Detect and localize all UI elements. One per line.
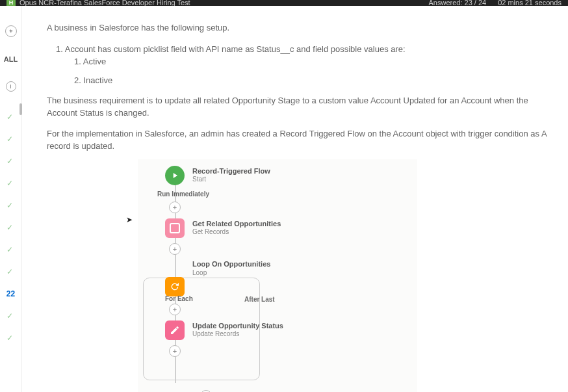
flow-node-start[interactable]: Record-Triggered Flow Start xyxy=(138,166,417,185)
target-icon[interactable]: ⌖ xyxy=(5,25,17,37)
implementation-text: For the implementation in Salesforce, an… xyxy=(47,127,558,153)
flow-diagram: Record-Triggered Flow Start Run Immediat… xyxy=(138,159,417,392)
sidebar: ⌖ ALL i ✓ ✓ ✓ ✓ ✓ ✓ ✓ ✓ 22 ✓ ✓ xyxy=(0,6,22,392)
nav-check-icon[interactable]: ✓ xyxy=(6,135,15,144)
nav-check-icon[interactable]: ✓ xyxy=(6,333,15,343)
node-title: Loop On Opportunities xyxy=(192,260,270,269)
node-subtitle: Get Records xyxy=(192,228,281,237)
update-records-icon xyxy=(165,320,185,340)
logo-icon: H xyxy=(6,0,16,6)
requirement-text: The business requirement is to update al… xyxy=(47,94,558,120)
timer: 02 mins 21 seconds xyxy=(498,0,562,6)
node-subtitle: Update Records xyxy=(192,330,283,339)
cursor-icon: ➤ xyxy=(126,215,133,224)
run-immediately-label: Run Immediately xyxy=(157,190,417,198)
flow-node-loop[interactable]: Loop On Opportunities Loop xyxy=(138,260,417,277)
add-element-icon[interactable]: + xyxy=(169,304,181,315)
nav-check-icon[interactable]: ✓ xyxy=(6,311,15,320)
question-intro: A business in Salesforce has the followi… xyxy=(47,21,558,35)
nav-check-icon[interactable]: ✓ xyxy=(6,201,15,210)
answered-counter: Answered: 23 / 24 xyxy=(428,0,486,6)
play-icon xyxy=(165,166,185,185)
test-title: Opus NCR-Terafina SalesForce Developer H… xyxy=(19,0,190,6)
question-content: A business in Salesforce has the followi… xyxy=(22,6,568,392)
node-subtitle: Loop xyxy=(192,269,270,278)
api-name: Status__c xyxy=(257,44,294,54)
nav-check-icon[interactable]: ✓ xyxy=(6,112,15,122)
node-title: Update Opportunity Status xyxy=(192,322,283,331)
add-element-icon[interactable]: + xyxy=(169,345,181,357)
get-records-icon xyxy=(165,218,185,238)
add-element-icon[interactable]: + xyxy=(169,243,181,255)
nav-check-icon[interactable]: ✓ xyxy=(6,179,15,188)
flow-node-get-records[interactable]: Get Related Opportunities Get Records xyxy=(138,218,417,238)
nav-check-icon[interactable]: ✓ xyxy=(6,157,15,166)
node-title: Get Related Opportunities xyxy=(192,220,281,229)
nav-check-icon[interactable]: ✓ xyxy=(6,223,15,232)
nav-current-question[interactable]: 22 xyxy=(6,289,15,298)
flow-node-update-records[interactable]: Update Opportunity Status Update Records xyxy=(165,320,295,340)
list-item: 2. Inactive xyxy=(74,75,558,85)
nav-check-icon[interactable]: ✓ xyxy=(6,267,15,276)
node-title: Record-Triggered Flow xyxy=(192,167,270,176)
list-item: 1. Active xyxy=(74,57,558,66)
question-nav-list: ✓ ✓ ✓ ✓ ✓ ✓ ✓ ✓ 22 ✓ ✓ xyxy=(6,112,15,343)
info-icon[interactable]: i xyxy=(6,81,16,92)
node-subtitle: Start xyxy=(192,176,270,184)
top-bar: H Opus NCR-Terafina SalesForce Developer… xyxy=(0,0,568,6)
add-element-icon[interactable]: + xyxy=(169,202,181,213)
list-item: 1. Account has custom picklist field wit… xyxy=(56,44,558,54)
sidebar-all[interactable]: ALL xyxy=(4,55,18,63)
nav-check-icon[interactable]: ✓ xyxy=(6,245,15,254)
